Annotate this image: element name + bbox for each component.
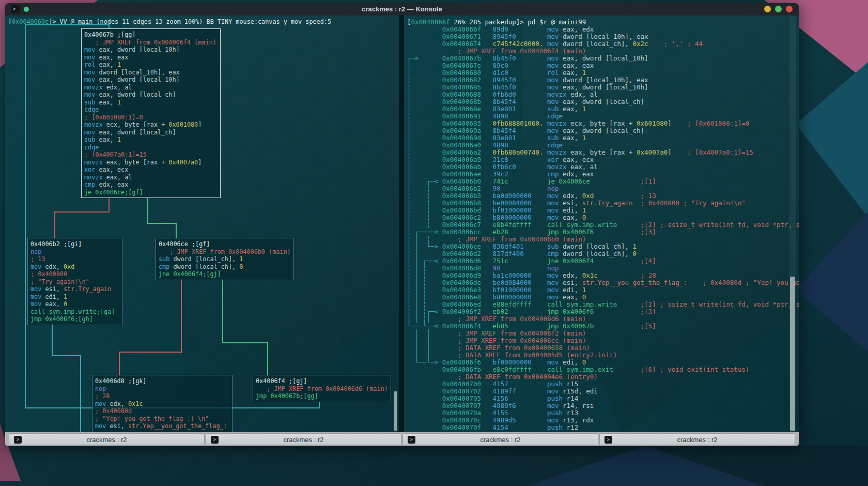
terminal-line: 0x0040070f 4154 push r12 (407, 424, 799, 431)
terminal-line: cdqe (84, 106, 218, 114)
terminal-line: ╎ 0x004006ab 0fb6c0 movzx eax, al (407, 163, 799, 171)
terminal-line: 0x0040070a 4155 push r13 (407, 409, 799, 417)
terminal-line: rol eax, 1 (84, 61, 218, 69)
window-title: crackmes : r2 — Konsole (5, 5, 799, 13)
terminal-line: │ │ ; DATA XREF from 0x00400658 (main) (407, 344, 799, 352)
r2-graph-canvas[interactable]: 0x40067b ;[gg] ; JMP XREF from 0x004006f… (5, 16, 399, 432)
terminal-line: xor eax, ecx (84, 166, 218, 174)
terminal-line: mov eax, 0 (30, 300, 119, 308)
terminal-line: ╎ 0x0040068b 8b45f4 mov eax, dword [loca… (407, 98, 799, 105)
terminal-line: movzx ecx, byte [rax + 0x601080] (84, 121, 218, 129)
terminal-line: ; 28 (95, 392, 229, 400)
terminal-line: ╎ ╎ 0x004006b3 ba0d000000 mov edx, 0xd ;… (407, 192, 799, 200)
graph-node-0x4006b2[interactable]: 0x4006b2 ;[gi]nop; 13mov edx, 0xd; 0x400… (27, 238, 122, 325)
tab-label: crackmes : r2 (600, 436, 795, 444)
graph-edge (222, 279, 223, 343)
tab-label: crackmes : r2 (403, 436, 598, 444)
left-pane-scrollbar[interactable] (394, 391, 397, 431)
graph-edge (54, 211, 110, 212)
graph-edge (176, 223, 177, 239)
graph-node-0x4006d8[interactable]: 0x4006d8 ;[gk]nop; 28mov edx, 0x1c; 0x40… (92, 375, 233, 432)
terminal-line: movzx eax, al (84, 174, 218, 181)
terminal-line: ╎ ╎ 0x004006c7 e8b4fdffff call sym.imp.w… (407, 221, 799, 229)
terminal-line: call sym.imp.write;[ga] (30, 308, 119, 316)
terminal-line: ┌─> 0x0040067b 8b45f0 mov eax, dword [lo… (407, 55, 799, 62)
terminal-line: ╎ │ 0x004006d2 837df400 cmp dword [local… (407, 250, 799, 257)
terminal-line: ╎ │ ╎│ ; JMP XREF from 0x004006d6 (main) (407, 315, 799, 323)
terminal-line: nop (30, 248, 119, 256)
terminal-line: ; 0x40080d (95, 407, 229, 415)
graph-edge (25, 24, 26, 408)
graph-node-0x4006f4[interactable]: 0x4006f4 ;[gj] ; JMP XREF from 0x004006d… (253, 375, 391, 402)
terminal-line: ╎ 0x00400682 8945f0 mov dword [local_10h… (407, 77, 799, 84)
terminal-line: ╎ 0x00400688 0fb6d0 movzx edx, al (407, 91, 799, 98)
graph-edge (119, 352, 120, 376)
terminal-line: ; 0x400800 (30, 270, 119, 278)
r2-disassembly-listing: [0x0040066f 26% 285 packedup]> pd $r @ m… (407, 19, 799, 431)
terminal-line: 0x0040070c 4989d5 mov r13, rdx (407, 417, 799, 424)
maximize-button[interactable] (775, 6, 782, 12)
terminal-line: 0x00400705 4156 push r14 (407, 395, 799, 402)
title-bar[interactable]: >_ crackmes : r2 — Konsole (5, 3, 799, 16)
terminal-line: ╎ │ ╎┌─< 0x004006f2 eb02 jmp 0x4006f6 ;[… (407, 308, 799, 315)
terminal-line: mov eax, dword [local_ch] (84, 129, 218, 136)
terminal-line: mov dword [local_10h], eax (84, 69, 218, 77)
graph-node-0x40067b[interactable]: 0x40067b ;[gg] ; JMP XREF from 0x004006f… (81, 28, 221, 198)
terminal-line: ; JMP XREF from 0x004006d6 (main) (256, 385, 388, 393)
terminal-line: ; "Yep! you got the flag :) \n" (95, 415, 229, 423)
terminal-line: ╎ ╎ 0x004006b2 90 nop (407, 185, 799, 192)
terminal-line: ╎ ╎ 0x004006bd bf01000000 mov edi, 1 (407, 207, 799, 214)
terminal-line: jmp 0x4006f6;[gh] (30, 315, 119, 323)
terminal-line: mov edi, 1 (30, 293, 119, 301)
terminal-line: ╎ 0x0040067e 89c0 mov eax, eax (407, 62, 799, 69)
terminal-line: jne 0x4006f4;[gj] (159, 270, 291, 278)
terminal-line: │ │ ; JMP XREF from 0x004006f2 (main) (407, 330, 799, 337)
tab-crackmes-2[interactable]: > crackmes : r2 (206, 433, 401, 445)
graph-node-0x4006ce[interactable]: 0x4006ce ;[gf] ; JMP XREF from 0x004006b… (156, 238, 294, 280)
tab-crackmes-4[interactable]: > crackmes : r2 (599, 433, 795, 445)
terminal-line: jmp 0x40067b;[gg] (256, 392, 388, 400)
left-terminal-pane-graph[interactable]: [0x0040060c]> VV @ main (nodes 11 edges … (5, 16, 399, 432)
terminal-line: ╎ │ └─> 0x004006ce 836df401 sub dword [l… (407, 243, 799, 250)
tab-bar: > crackmes : r2 > crackmes : r2 > crackm… (5, 432, 799, 446)
terminal-line: ╎ ╎ 0x004006b8 be00084000 mov esi, str.T… (407, 200, 799, 207)
close-button[interactable] (786, 6, 793, 12)
graph-edge (222, 342, 268, 343)
minimize-button[interactable] (764, 6, 771, 12)
graph-edge (52, 355, 81, 356)
pane-divider[interactable] (399, 16, 404, 432)
terminal-line: ; JMP XREF from 0x004006b0 (main) (159, 248, 291, 256)
terminal-line: je 0x4006ce;[gf] (84, 189, 218, 196)
terminal-line: └───└──< 0x004006f4 eb85 jmp 0x40067b ;[… (407, 323, 799, 330)
wallpaper-facet-right-navy (796, 196, 868, 352)
tab-label: crackmes : r2 (9, 436, 204, 444)
terminal-line: │ │ ; DATA XREF from 0x004005d5 (entry2.… (407, 352, 799, 359)
terminal-line: 0x4006ce ;[gf] (159, 240, 291, 248)
terminal-line: ╎ │ ┌──< 0x004006d6 751c jne 0x4006f4 ;[… (407, 257, 799, 265)
graph-edge (147, 223, 177, 224)
terminal-line: ╎ │ ╎ ; JMP XREF from 0x004006b0 (main) (407, 236, 799, 243)
terminal-line: [0x0040066f 26% 285 packedup]> pd $r @ m… (407, 19, 799, 26)
graph-edge (25, 24, 110, 25)
terminal-line: movzx eax, byte [rax + 0x4007a0] (84, 159, 218, 166)
graph-edge (147, 197, 148, 224)
terminal-line: mov edx, 0x1c (95, 400, 229, 408)
terminal-line: ╎ │ ╎ 0x004006d9 ba1c000000 mov edx, 0x1… (407, 272, 799, 279)
terminal-line: 0x4006b2 ;[gi] (30, 240, 119, 248)
terminal-line: ╎ 0x0040069a 8b45f4 mov eax, dword [loca… (407, 127, 799, 134)
terminal-line: ╎ 0x004006a2 0fb680a00740. movzx eax, by… (407, 149, 799, 156)
terminal-line: ╎ 0x00400693 0fb688801060. movzx ecx, by… (407, 120, 799, 127)
graph-edge (109, 197, 110, 212)
terminal-line: 0x40067b ;[gg] (84, 31, 218, 39)
graph-edge (119, 352, 182, 353)
terminal-line: 0x0040066f 89d0 mov eax, edx (407, 26, 799, 33)
terminal-line: ╎ 0x004006a9 31c8 xor eax, ecx (407, 156, 799, 163)
terminal-line: ; 13 (30, 255, 119, 263)
tab-crackmes-1[interactable]: > crackmes : r2 (9, 433, 205, 445)
terminal-line: cmp dword [local_ch], 0 (159, 263, 291, 271)
tab-crackmes-3[interactable]: > crackmes : r2 (402, 433, 598, 445)
right-terminal-pane-disasm[interactable]: [0x0040066f 26% 285 packedup]> pd $r @ m… (404, 16, 799, 432)
terminal-line: mov eax, dword [local_10h] (84, 76, 218, 84)
right-pane-scrollbar[interactable] (790, 277, 795, 431)
tab-label: crackmes : r2 (206, 436, 401, 444)
